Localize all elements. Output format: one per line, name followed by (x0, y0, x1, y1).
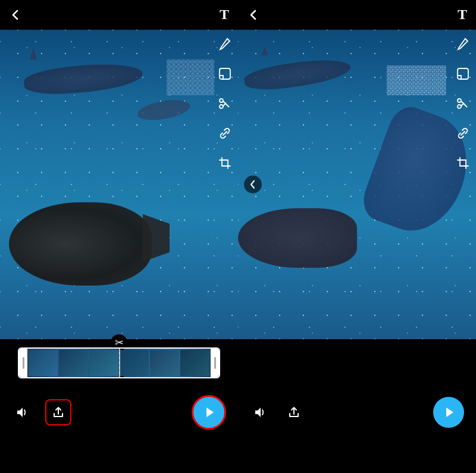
svg-point-3 (220, 105, 223, 108)
handle-grip-right (214, 357, 216, 369)
svg-marker-6 (206, 408, 214, 417)
timeline-strip-left[interactable] (18, 347, 220, 378)
scissors-tool-right[interactable] (453, 94, 472, 113)
right-toolbar: T (449, 0, 476, 226)
pen-tool-right[interactable] (453, 35, 472, 54)
crop-tool-right[interactable] (453, 154, 472, 173)
crop-tool-left[interactable] (215, 154, 234, 173)
handle-grip-left (23, 357, 24, 369)
chevron-left-button[interactable] (244, 176, 262, 193)
svg-text:T: T (458, 7, 467, 22)
right-panel: T (238, 0, 476, 473)
svg-rect-1 (220, 68, 230, 79)
volume-button-left[interactable] (12, 402, 33, 423)
scissors-tool-left[interactable] (215, 94, 234, 113)
svg-line-11 (461, 101, 467, 107)
fish-school-left (167, 59, 214, 95)
playhead-left (119, 349, 120, 377)
link-tool-left[interactable] (215, 124, 234, 143)
fish-school-right (387, 65, 446, 95)
left-timeline-area: ✂ (0, 339, 238, 387)
svg-line-4 (223, 101, 229, 107)
left-toolbar: T (211, 0, 238, 226)
large-fish-left (9, 202, 152, 286)
timeline-wrapper-left: ✂ (18, 347, 220, 378)
sticker-tool-right[interactable] (453, 64, 472, 83)
svg-point-10 (458, 105, 461, 108)
frame-4 (120, 350, 149, 376)
text-tool-right[interactable]: T (453, 5, 472, 24)
back-button-right[interactable] (247, 8, 260, 21)
back-button-left[interactable] (9, 8, 22, 21)
volume-button-right[interactable] (250, 402, 271, 423)
right-video-bg (238, 30, 476, 339)
link-tool-right[interactable] (453, 124, 472, 143)
play-button-left[interactable] (192, 395, 226, 430)
timeline-handle-left[interactable] (19, 349, 27, 377)
right-bottom-bar (238, 387, 476, 437)
frame-3 (89, 350, 118, 376)
share-button-right[interactable] (283, 402, 305, 423)
left-video-area (0, 30, 238, 339)
svg-marker-13 (446, 408, 453, 417)
svg-point-9 (458, 99, 461, 102)
left-video-bg (0, 30, 238, 339)
left-top-bar (0, 0, 238, 30)
frame-6 (180, 350, 209, 376)
share-button-left[interactable] (45, 399, 71, 425)
frame-1 (29, 350, 58, 376)
right-trim-area: Tap to Trim (238, 339, 476, 387)
large-fish-right (238, 208, 357, 268)
right-video-area (238, 30, 476, 339)
right-top-bar (238, 0, 476, 30)
svg-rect-8 (458, 68, 468, 79)
svg-point-2 (220, 99, 223, 102)
left-bottom-bar (0, 387, 238, 437)
frame-2 (59, 350, 88, 376)
timeline-handle-right[interactable] (211, 349, 219, 377)
text-tool-left[interactable]: T (215, 5, 234, 24)
sticker-tool-left[interactable] (215, 64, 234, 83)
play-button-right[interactable] (433, 397, 464, 428)
frame-5 (150, 350, 179, 376)
svg-text:T: T (220, 7, 229, 22)
left-panel: T (0, 0, 238, 473)
pen-tool-left[interactable] (215, 35, 234, 54)
